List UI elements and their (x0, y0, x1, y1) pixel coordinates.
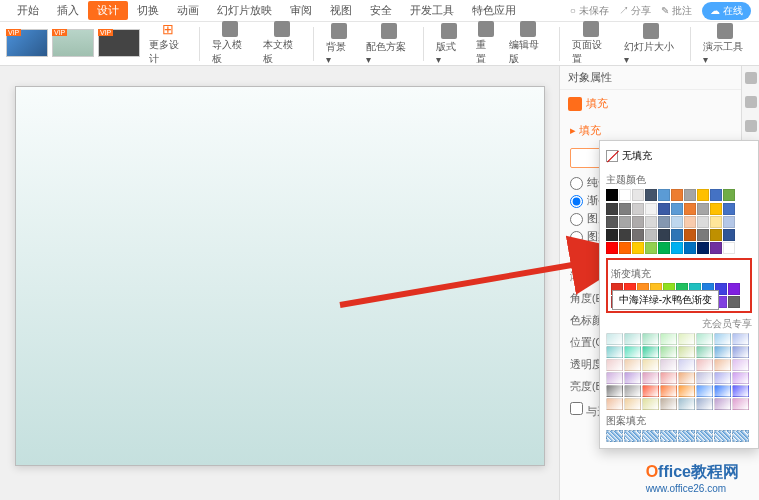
color-swatch[interactable] (671, 229, 683, 241)
background-button[interactable]: 背景 ▾ (321, 23, 357, 65)
gradient-swatch[interactable] (642, 372, 659, 384)
color-swatch[interactable] (606, 189, 618, 201)
gradient-swatch[interactable] (606, 333, 623, 345)
color-swatch[interactable] (723, 189, 735, 201)
gradient-swatch[interactable] (660, 372, 677, 384)
tab-start[interactable]: 开始 (8, 3, 48, 18)
gradient-swatch[interactable] (606, 359, 623, 371)
pattern-swatch[interactable] (714, 430, 731, 442)
color-swatch[interactable] (606, 229, 618, 241)
tab-slideshow[interactable]: 幻灯片放映 (208, 3, 281, 18)
color-swatch[interactable] (684, 216, 696, 228)
more-design-button[interactable]: ⊞更多设计 (144, 21, 192, 66)
gradient-swatch[interactable] (678, 385, 695, 397)
gradient-swatch[interactable] (696, 398, 713, 410)
tool-icon-1[interactable] (745, 72, 757, 84)
gradient-swatch[interactable] (732, 346, 749, 358)
gradient-swatch[interactable] (714, 346, 731, 358)
gradient-swatch[interactable] (660, 359, 677, 371)
color-swatch[interactable] (671, 242, 683, 254)
color-swatch[interactable] (728, 296, 740, 308)
color-swatch[interactable] (606, 203, 618, 215)
pattern-swatch[interactable] (624, 430, 641, 442)
theme-thumb-3[interactable]: VIP (98, 29, 140, 59)
canvas-area[interactable] (0, 66, 559, 500)
color-swatch[interactable] (671, 189, 683, 201)
color-swatch[interactable] (606, 216, 618, 228)
gradient-swatch[interactable] (642, 346, 659, 358)
tab-design[interactable]: 设计 (88, 1, 128, 20)
color-swatch[interactable] (697, 242, 709, 254)
cloud-badge[interactable]: ☁ 在线 (702, 2, 751, 20)
tab-animation[interactable]: 动画 (168, 3, 208, 18)
theme-thumb-2[interactable]: VIP (52, 29, 94, 59)
color-swatch[interactable] (619, 216, 631, 228)
pattern-swatch[interactable] (732, 430, 749, 442)
color-swatch[interactable] (632, 242, 644, 254)
theme-thumb-1[interactable]: VIP (6, 29, 48, 59)
gradient-swatch[interactable] (732, 333, 749, 345)
gradient-swatch[interactable] (696, 346, 713, 358)
color-swatch[interactable] (632, 229, 644, 241)
gradient-swatch[interactable] (678, 333, 695, 345)
color-swatch[interactable] (645, 229, 657, 241)
gradient-swatch[interactable] (714, 398, 731, 410)
color-swatch[interactable] (632, 203, 644, 215)
color-swatch[interactable] (710, 242, 722, 254)
gradient-swatch[interactable] (678, 398, 695, 410)
gradient-swatch[interactable] (714, 372, 731, 384)
gradient-swatch[interactable] (624, 333, 641, 345)
color-swatch[interactable] (684, 242, 696, 254)
gradient-swatch[interactable] (624, 346, 641, 358)
gradient-swatch[interactable] (714, 333, 731, 345)
color-swatch[interactable] (658, 189, 670, 201)
color-swatch[interactable] (723, 216, 735, 228)
gradient-swatch[interactable] (642, 333, 659, 345)
color-swatch[interactable] (658, 216, 670, 228)
gradient-swatch[interactable] (732, 372, 749, 384)
gradient-swatch[interactable] (696, 359, 713, 371)
no-fill-option[interactable]: 无填充 (606, 147, 752, 169)
gradient-swatch[interactable] (624, 385, 641, 397)
gradient-swatch[interactable] (606, 346, 623, 358)
color-swatch[interactable] (632, 189, 644, 201)
annotate-button[interactable]: ✎ 批注 (661, 4, 692, 18)
color-scheme-button[interactable]: 配色方案 ▾ (361, 23, 416, 65)
gradient-swatch[interactable] (624, 398, 641, 410)
reset-button[interactable]: 重置 (471, 21, 500, 66)
tab-security[interactable]: 安全 (361, 3, 401, 18)
color-swatch[interactable] (723, 203, 735, 215)
color-swatch[interactable] (684, 189, 696, 201)
gradient-swatch[interactable] (714, 359, 731, 371)
edit-master-button[interactable]: 编辑母版 (504, 21, 552, 66)
color-swatch[interactable] (619, 242, 631, 254)
color-swatch[interactable] (710, 229, 722, 241)
color-swatch[interactable] (697, 229, 709, 241)
panel-tab-fill[interactable]: 填充 (560, 90, 759, 117)
gradient-swatch[interactable] (678, 346, 695, 358)
color-swatch[interactable] (684, 229, 696, 241)
color-swatch[interactable] (671, 216, 683, 228)
local-template-button[interactable]: 本文模板 (258, 21, 306, 66)
color-swatch[interactable] (728, 283, 740, 295)
gradient-swatch[interactable] (660, 385, 677, 397)
gradient-swatch[interactable] (606, 372, 623, 384)
pattern-swatch[interactable] (696, 430, 713, 442)
slide-size-button[interactable]: 幻灯片大小 ▾ (619, 23, 683, 65)
share-button[interactable]: ↗ 分享 (619, 4, 652, 18)
gradient-swatch[interactable] (660, 398, 677, 410)
gradient-swatch[interactable] (624, 359, 641, 371)
color-swatch[interactable] (645, 216, 657, 228)
import-template-button[interactable]: 导入模板 (207, 21, 255, 66)
color-swatch[interactable] (723, 229, 735, 241)
tab-special[interactable]: 特色应用 (463, 3, 525, 18)
color-swatch[interactable] (710, 216, 722, 228)
color-swatch[interactable] (658, 242, 670, 254)
gradient-swatch[interactable] (696, 385, 713, 397)
gradient-swatch[interactable] (714, 385, 731, 397)
tab-insert[interactable]: 插入 (48, 3, 88, 18)
gradient-swatch[interactable] (606, 385, 623, 397)
gradient-swatch[interactable] (696, 333, 713, 345)
gradient-swatch[interactable] (660, 333, 677, 345)
slide[interactable] (15, 86, 545, 466)
